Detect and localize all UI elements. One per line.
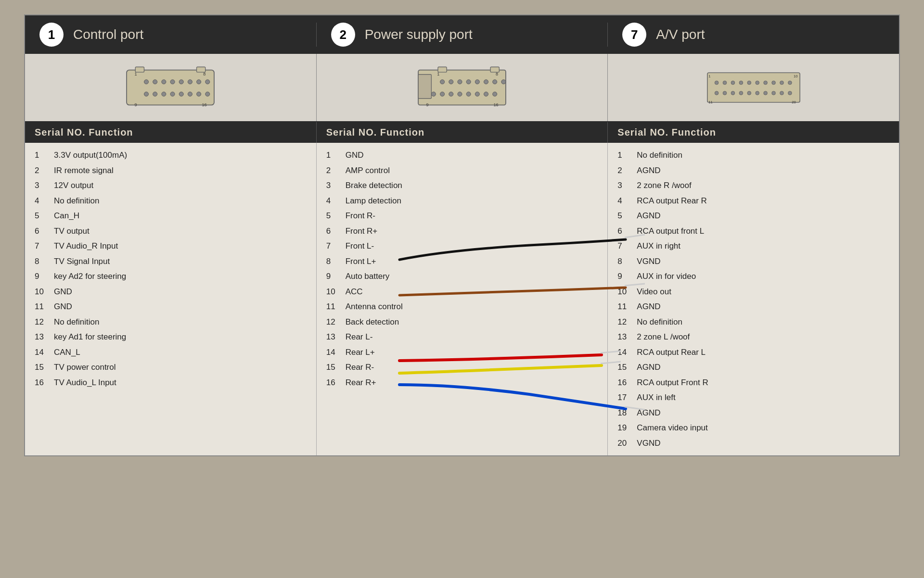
svg-point-21 [197, 92, 201, 96]
svg-point-22 [205, 92, 210, 96]
list-item: 2AMP control [317, 163, 608, 178]
svg-rect-47 [707, 73, 800, 102]
list-item: 10Video out [608, 284, 899, 300]
list-item: 132 zone L /woof [608, 329, 899, 345]
svg-point-35 [475, 80, 479, 84]
header-port7: 7 A/V port [608, 23, 899, 47]
pin-data-section: 13.3V output(100mA) 2IR remote signal 31… [25, 143, 899, 455]
svg-rect-25 [438, 67, 447, 72]
list-item: 8VGND [608, 254, 899, 269]
list-item: 8TV Signal Input [25, 254, 316, 269]
svg-point-8 [153, 80, 157, 84]
svg-point-60 [780, 81, 783, 85]
list-item: 5Can_H [25, 208, 316, 224]
svg-text:10: 10 [794, 74, 798, 78]
svg-point-46 [493, 92, 497, 96]
list-item: 4Lamp detection [317, 193, 608, 209]
port1-title: Control port [73, 27, 143, 42]
list-item: 13.3V output(100mA) [25, 148, 316, 163]
svg-text:1: 1 [135, 72, 137, 76]
svg-point-43 [466, 92, 471, 96]
svg-point-59 [771, 81, 775, 85]
svg-point-62 [715, 91, 719, 95]
connector1-cell: 1 8 9 16 [25, 54, 317, 121]
svg-text:20: 20 [792, 100, 796, 104]
list-item: 9key Ad2 for steering [25, 269, 316, 284]
svg-point-12 [188, 80, 192, 84]
list-item: 13Rear L- [317, 329, 608, 345]
port1-number: 1 [39, 23, 64, 47]
svg-point-56 [747, 81, 751, 85]
header-row: 1 Control port 2 Power supply port 7 A/V… [25, 15, 899, 54]
svg-point-36 [484, 80, 488, 84]
list-item: 20VGND [608, 436, 899, 451]
svg-point-31 [440, 80, 445, 84]
svg-text:11: 11 [708, 100, 713, 104]
list-item: 3Brake detection [317, 178, 608, 193]
svg-point-42 [458, 92, 462, 96]
svg-point-16 [153, 92, 157, 96]
svg-rect-26 [490, 67, 499, 72]
list-item: 11GND [25, 299, 316, 314]
list-item: 17AUX in left [608, 390, 899, 405]
svg-point-34 [466, 80, 471, 84]
col-header-2: Serial NO. Function [317, 122, 608, 143]
list-item: 5Front R- [317, 208, 608, 224]
svg-rect-1 [136, 67, 144, 72]
svg-point-65 [739, 91, 743, 95]
svg-point-53 [723, 81, 727, 85]
svg-point-64 [731, 91, 735, 95]
list-item: 7Front L- [317, 239, 608, 254]
svg-point-54 [731, 81, 735, 85]
svg-text:9: 9 [135, 102, 137, 107]
list-item: 7TV Audio_R Input [25, 239, 316, 254]
list-item: 6Front R+ [317, 224, 608, 239]
svg-point-68 [763, 91, 767, 95]
col-header-7: Serial NO. Function [608, 122, 899, 143]
list-item: 1GND [317, 148, 608, 163]
svg-text:8: 8 [204, 72, 206, 76]
data-col-7: 1No definition 2AGND 32 zone R /woof 4RC… [608, 143, 899, 455]
list-item: 14RCA output Rear L [608, 345, 899, 360]
list-item: 14Rear L+ [317, 345, 608, 360]
svg-text:16: 16 [202, 102, 207, 107]
svg-point-63 [723, 91, 727, 95]
list-item: 15TV power control [25, 360, 316, 375]
list-item: 12Back detection [317, 314, 608, 330]
svg-point-32 [449, 80, 453, 84]
svg-point-70 [780, 91, 783, 95]
connector2-cell: 1 8 9 16 [317, 54, 608, 121]
svg-point-10 [170, 80, 175, 84]
list-item: 16RCA output Front R [608, 375, 899, 390]
svg-point-40 [440, 92, 445, 96]
list-item: 5AGND [608, 208, 899, 224]
svg-point-39 [431, 92, 436, 96]
connector-row: 1 8 9 16 [25, 54, 899, 122]
svg-point-58 [763, 81, 767, 85]
list-item: 1No definition [608, 148, 899, 163]
svg-point-69 [771, 91, 775, 95]
svg-point-33 [458, 80, 462, 84]
svg-point-67 [756, 91, 759, 95]
data-col-1: 13.3V output(100mA) 2IR remote signal 31… [25, 143, 317, 455]
list-item: 15AGND [608, 360, 899, 375]
svg-point-19 [180, 92, 184, 96]
svg-rect-24 [418, 75, 431, 99]
header-port1: 1 Control port [25, 23, 317, 47]
list-item: 12No definition [608, 314, 899, 330]
svg-text:8: 8 [496, 72, 498, 76]
list-item: 11AGND [608, 299, 899, 314]
svg-text:1: 1 [708, 74, 710, 78]
port2-number: 2 [331, 23, 355, 47]
svg-point-7 [144, 80, 149, 84]
main-table: 1 Control port 2 Power supply port 7 A/V… [24, 14, 900, 456]
svg-point-71 [788, 91, 792, 95]
svg-point-13 [197, 80, 201, 84]
list-item: 12No definition [25, 314, 316, 330]
list-item: 9AUX in for video [608, 269, 899, 284]
connector1-diagram: 1 8 9 16 [122, 63, 218, 112]
list-item: 10ACC [317, 284, 608, 300]
list-item: 15Rear R- [317, 360, 608, 375]
svg-point-14 [205, 80, 210, 84]
svg-point-11 [180, 80, 184, 84]
